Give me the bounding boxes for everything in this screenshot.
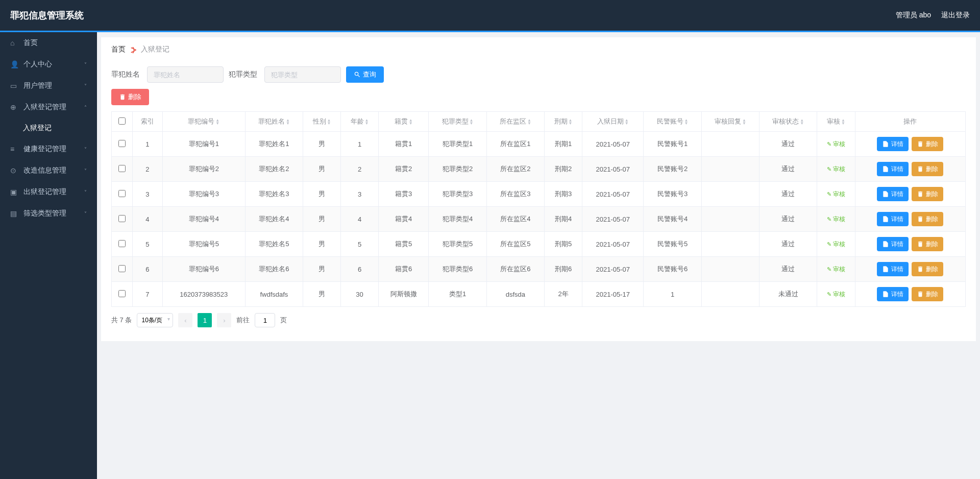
cell-idx: 2 <box>132 157 162 182</box>
cell-area: 所在监区1 <box>486 132 544 157</box>
col-header[interactable]: 索引 <box>132 112 162 132</box>
sidebar-item-2[interactable]: ▭用户管理˅ <box>0 75 97 97</box>
row-delete-button[interactable]: 删除 <box>912 212 943 226</box>
trash-icon <box>917 266 924 273</box>
col-header[interactable]: 民警账号▲▼ <box>644 112 701 132</box>
next-page-button[interactable]: › <box>217 313 231 327</box>
goto-page-input[interactable] <box>255 313 275 327</box>
row-delete-button[interactable]: 删除 <box>912 187 943 201</box>
cell-date: 2021-05-07 <box>582 232 644 257</box>
col-header[interactable]: 年龄▲▼ <box>341 112 379 132</box>
app-title: 罪犯信息管理系统 <box>10 9 84 21</box>
audit-link[interactable]: 审核 <box>827 165 845 173</box>
cell-gender: 男 <box>303 207 341 232</box>
search-button-label: 查询 <box>363 70 376 79</box>
col-header[interactable]: 审核▲▼ <box>817 112 855 132</box>
detail-button[interactable]: 详情 <box>877 137 909 151</box>
row-checkbox[interactable] <box>118 290 126 297</box>
sidebar-item-6[interactable]: ▣出狱登记管理˅ <box>0 181 97 203</box>
cell-police: 民警账号1 <box>644 132 701 157</box>
row-checkbox[interactable] <box>118 190 126 197</box>
audit-link[interactable]: 审核 <box>827 266 845 273</box>
sidebar-item-7[interactable]: ▤筛选类型管理˅ <box>0 203 97 224</box>
audit-link[interactable]: 审核 <box>827 291 845 298</box>
sidebar-item-3[interactable]: ⊕入狱登记管理˄ <box>0 97 97 118</box>
cell-origin: 籍贯4 <box>379 207 429 232</box>
search-type-input[interactable] <box>264 66 341 83</box>
select-all-checkbox[interactable] <box>118 117 126 125</box>
audit-link[interactable]: 审核 <box>827 215 845 223</box>
detail-button[interactable]: 详情 <box>877 162 909 176</box>
cell-idx: 4 <box>132 207 162 232</box>
doc-icon <box>882 291 889 298</box>
cell-reply <box>701 157 759 182</box>
bulk-delete-button[interactable]: 删除 <box>111 89 149 105</box>
goto-prefix: 前往 <box>236 316 250 325</box>
data-table: 索引罪犯编号▲▼罪犯姓名▲▼性别▲▼年龄▲▼籍贯▲▼犯罪类型▲▼所在监区▲▼刑期… <box>111 111 966 307</box>
prev-page-button[interactable]: ‹ <box>178 313 192 327</box>
row-delete-button[interactable]: 删除 <box>912 287 943 301</box>
search-name-input[interactable] <box>147 66 224 83</box>
row-delete-button[interactable]: 删除 <box>912 162 943 176</box>
trash-icon <box>917 190 924 198</box>
doc-icon <box>882 165 889 173</box>
register-icon: ⊕ <box>10 103 18 111</box>
logout-link[interactable]: 退出登录 <box>941 11 970 20</box>
detail-button[interactable]: 详情 <box>877 187 909 201</box>
row-checkbox[interactable] <box>118 165 126 172</box>
cell-crime: 犯罪类型1 <box>429 132 486 157</box>
breadcrumb-home[interactable]: 首页 <box>111 45 126 54</box>
trash-icon <box>917 241 924 248</box>
row-checkbox[interactable] <box>118 265 126 272</box>
row-delete-button[interactable]: 删除 <box>912 237 943 251</box>
sidebar-item-4[interactable]: ≡健康登记管理˅ <box>0 138 97 160</box>
cell-date: 2021-05-07 <box>582 207 644 232</box>
cell-crime: 犯罪类型5 <box>429 232 486 257</box>
col-header[interactable]: 罪犯编号▲▼ <box>162 112 245 132</box>
cell-area: 所在监区5 <box>486 232 544 257</box>
detail-button[interactable]: 详情 <box>877 262 909 276</box>
row-checkbox[interactable] <box>118 240 126 247</box>
cell-name: 罪犯姓名3 <box>245 182 303 207</box>
col-header[interactable]: 籍贯▲▼ <box>379 112 429 132</box>
col-header[interactable]: 审核回复▲▼ <box>701 112 759 132</box>
row-checkbox[interactable] <box>118 140 126 147</box>
table-row: 1 罪犯编号1 罪犯姓名1 男 1 籍贯1 犯罪类型1 所在监区1 刑期1 20… <box>112 132 966 157</box>
row-checkbox[interactable] <box>118 215 126 222</box>
cell-origin: 籍贯3 <box>379 182 429 207</box>
col-header[interactable]: 犯罪类型▲▼ <box>429 112 486 132</box>
col-header[interactable]: 性别▲▼ <box>303 112 341 132</box>
admin-link[interactable]: 管理员 abo <box>896 11 931 20</box>
trash-icon <box>119 93 126 101</box>
cell-reply <box>701 257 759 282</box>
chevron-icon: ˅ <box>84 211 87 217</box>
col-header[interactable]: 操作 <box>855 112 965 132</box>
audit-link[interactable]: 审核 <box>827 241 845 248</box>
col-header[interactable]: 刑期▲▼ <box>545 112 582 132</box>
page-number-button[interactable]: 1 <box>198 313 212 327</box>
audit-link[interactable]: 审核 <box>827 140 845 148</box>
cell-origin: 籍贯1 <box>379 132 429 157</box>
cell-gender: 男 <box>303 232 341 257</box>
sidebar-item-0[interactable]: ⌂首页 <box>0 32 97 54</box>
cell-name: fwdfsdafs <box>245 282 303 307</box>
row-delete-button[interactable]: 删除 <box>912 262 943 276</box>
sidebar-item-5[interactable]: ⊙改造信息管理˅ <box>0 160 97 181</box>
page-size-select[interactable]: 10条/页 <box>137 313 173 327</box>
col-header[interactable]: 入狱日期▲▼ <box>582 112 644 132</box>
search-button[interactable]: 查询 <box>346 66 384 83</box>
main-content: 首页 ⦔ 入狱登记 罪犯姓名 犯罪类型 查询 删除 <box>97 32 980 479</box>
cell-police: 民警账号3 <box>644 182 701 207</box>
user-icon: 👤 <box>10 60 18 68</box>
detail-button[interactable]: 详情 <box>877 287 909 301</box>
detail-button[interactable]: 详情 <box>877 212 909 226</box>
audit-link[interactable]: 审核 <box>827 190 845 198</box>
sidebar-subitem[interactable]: 入狱登记 <box>0 118 97 138</box>
detail-button[interactable]: 详情 <box>877 237 909 251</box>
sidebar-item-1[interactable]: 👤个人中心˅ <box>0 54 97 75</box>
cell-police: 民警账号5 <box>644 232 701 257</box>
col-header[interactable]: 所在监区▲▼ <box>486 112 544 132</box>
col-header[interactable]: 审核状态▲▼ <box>760 112 817 132</box>
col-header[interactable]: 罪犯姓名▲▼ <box>245 112 303 132</box>
row-delete-button[interactable]: 删除 <box>912 137 943 151</box>
